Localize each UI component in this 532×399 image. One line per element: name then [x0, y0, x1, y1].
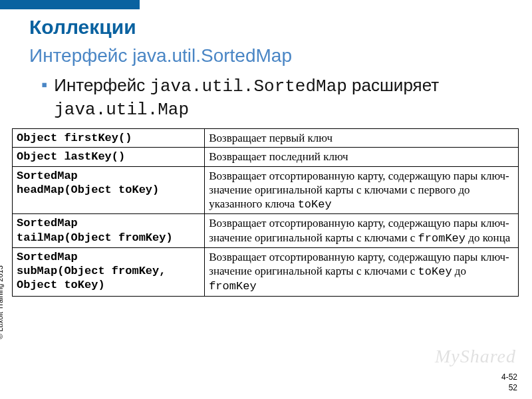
desc-code: toKey [418, 265, 452, 278]
copyright-label: © Luxoft Training 2013 [0, 265, 4, 339]
method-signature: SortedMap tailMap(Object fromKey) [13, 214, 205, 248]
method-signature: Object firstKey() [13, 129, 205, 148]
desc-text: Возвращает отсортированную карту, содерж… [209, 170, 509, 211]
method-description: Возвращает первый ключ [205, 129, 519, 148]
watermark: MyShared [435, 346, 516, 367]
table-row: Object firstKey() Возвращает первый ключ [13, 129, 519, 148]
desc-code: fromKey [418, 232, 466, 245]
method-signature: Object lastKey() [13, 148, 205, 166]
accent-bar [0, 0, 140, 9]
table-row: SortedMap subMap(Object fromKey, Object … [13, 247, 519, 296]
bullet-text: Интерфейс java.util.SortedMap расширяет … [54, 74, 519, 120]
method-description: Возвращает отсортированную карту, содерж… [205, 166, 519, 214]
bullet-mid: расширяет [347, 75, 439, 95]
desc-text: до конца [466, 231, 510, 244]
method-description: Возвращает отсортированную карту, содерж… [205, 214, 519, 248]
method-signature: SortedMap headMap(Object toKey) [13, 166, 205, 214]
bullet-marker-icon: ▪ [41, 76, 47, 93]
table-row: SortedMap tailMap(Object fromKey) Возвра… [13, 214, 519, 248]
slide-title: Коллекции [29, 16, 519, 39]
bullet-item: ▪ Интерфейс java.util.SortedMap расширяе… [29, 74, 519, 120]
bullet-prefix: Интерфейс [54, 75, 150, 95]
api-table: Object firstKey() Возвращает первый ключ… [12, 128, 519, 297]
slide-number-section: 4-52 [501, 372, 517, 382]
slide-number: 52 [509, 383, 517, 392]
slide: Коллекции Интерфейс java.util.SortedMap … [0, 0, 532, 399]
desc-code: fromKey [209, 280, 256, 293]
method-signature: SortedMap subMap(Object fromKey, Object … [13, 247, 205, 296]
bullet-code-2: java.util.Map [54, 100, 189, 120]
desc-text: до [452, 265, 466, 277]
table-row: SortedMap headMap(Object toKey) Возвраща… [13, 166, 519, 214]
method-description: Возвращает отсортированную карту, содерж… [205, 247, 519, 296]
bullet-code-1: java.util.SortedMap [150, 76, 346, 96]
desc-code: toKey [298, 198, 332, 211]
table-row: Object lastKey() Возвращает последний кл… [13, 148, 519, 166]
slide-subtitle: Интерфейс java.util.SortedMap [29, 45, 519, 66]
method-description: Возвращает последний ключ [205, 148, 519, 166]
